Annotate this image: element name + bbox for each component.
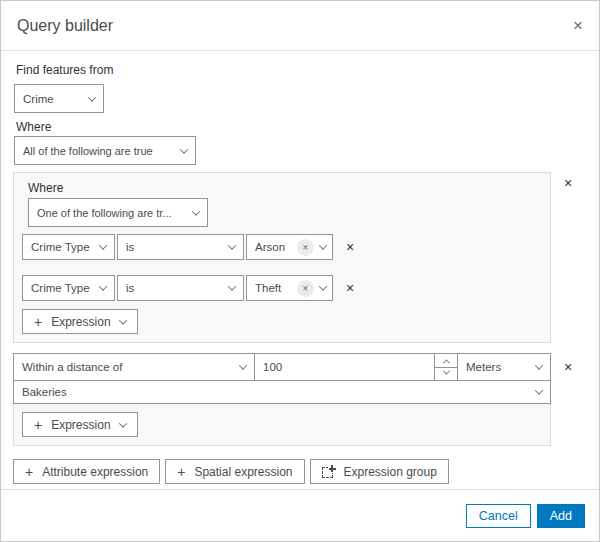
add-attribute-expression-button[interactable]: + Attribute expression xyxy=(13,459,160,484)
field-select[interactable]: Crime Type xyxy=(22,275,115,301)
chevron-down-icon xyxy=(228,241,236,249)
value-text: Theft xyxy=(255,282,297,294)
add-expression-label: Expression xyxy=(51,418,110,432)
spatial-layer-select[interactable]: Bakeries xyxy=(13,380,551,404)
expression-group-1-row: Where One of the following are tr... Cri… xyxy=(13,172,585,343)
decrement-icon[interactable] xyxy=(435,367,457,381)
expression-group-1: Where One of the following are tr... Cri… xyxy=(13,172,551,343)
add-button[interactable]: Add xyxy=(537,504,585,528)
chevron-down-icon xyxy=(319,241,327,249)
value-text: Arson xyxy=(255,241,297,253)
chevron-down-icon xyxy=(118,316,126,324)
operator-value: is xyxy=(126,241,221,253)
field-select[interactable]: Crime Type xyxy=(22,234,115,260)
match-mode-select[interactable]: All of the following are true xyxy=(14,136,196,165)
group2-footer: + Expression xyxy=(14,404,550,445)
close-icon[interactable]: × xyxy=(573,17,583,34)
clear-value-icon[interactable]: × xyxy=(297,239,314,256)
chevron-down-icon xyxy=(535,386,543,394)
chevron-down-icon xyxy=(535,361,543,369)
layer-select-value: Crime xyxy=(23,93,81,105)
expression-row: Crime Type is Theft × × xyxy=(22,275,542,301)
operator-value: is xyxy=(126,282,221,294)
expression-group-label: Expression group xyxy=(344,465,437,479)
group1-match-mode-value: One of the following are tr... xyxy=(37,207,185,219)
chevron-down-icon xyxy=(99,282,107,290)
delete-group-button[interactable]: × xyxy=(564,360,572,374)
add-spatial-expression-button[interactable]: + Spatial expression xyxy=(165,459,304,484)
dialog-body: Find features from Crime Where All of th… xyxy=(1,51,599,489)
spatial-operator-value: Within a distance of xyxy=(22,361,232,373)
operator-select[interactable]: is xyxy=(117,275,244,301)
field-value: Crime Type xyxy=(31,282,92,294)
plus-icon: + xyxy=(25,465,33,479)
value-select[interactable]: Theft × xyxy=(246,275,333,301)
chevron-down-icon xyxy=(88,93,96,101)
distance-stepper xyxy=(434,354,457,380)
attribute-expression-label: Attribute expression xyxy=(42,465,148,479)
chevron-down-icon xyxy=(99,241,107,249)
plus-icon: + xyxy=(177,465,185,479)
distance-input-group xyxy=(254,353,458,381)
clear-value-icon[interactable]: × xyxy=(297,280,314,297)
delete-expression-button[interactable]: × xyxy=(346,240,354,254)
distance-input[interactable] xyxy=(255,354,434,380)
group1-where-label: Where xyxy=(28,181,542,195)
spatial-expression-row: Within a distance of Meters xyxy=(13,353,551,381)
chevron-down-icon xyxy=(118,419,126,427)
chevron-down-icon xyxy=(180,145,188,153)
plus-icon: + xyxy=(34,418,42,432)
units-select[interactable]: Meters xyxy=(457,353,551,381)
add-expression-button[interactable]: + Expression xyxy=(22,412,138,437)
dialog-header: Query builder × xyxy=(1,1,599,51)
expression-group-2: Within a distance of Meters xyxy=(13,353,551,446)
group-delete-area: × xyxy=(551,172,585,190)
add-expression-button[interactable]: + Expression xyxy=(22,309,138,334)
query-builder-dialog: Query builder × Find features from Crime… xyxy=(0,0,600,542)
increment-icon[interactable] xyxy=(435,354,457,367)
spatial-operator-select[interactable]: Within a distance of xyxy=(13,353,255,381)
add-expression-group-button[interactable]: Expression group xyxy=(310,459,449,484)
group-delete-area: × xyxy=(551,353,585,374)
value-select[interactable]: Arson × xyxy=(246,234,333,260)
add-expression-label: Expression xyxy=(51,315,110,329)
group1-match-mode-select[interactable]: One of the following are tr... xyxy=(28,198,208,227)
chevron-down-icon xyxy=(319,282,327,290)
plus-icon: + xyxy=(34,315,42,329)
match-mode-value: All of the following are true xyxy=(23,145,173,157)
delete-expression-button[interactable]: × xyxy=(346,281,354,295)
operator-select[interactable]: is xyxy=(117,234,244,260)
layer-select[interactable]: Crime xyxy=(14,84,104,113)
expression-row: Crime Type is Arson × × xyxy=(22,234,542,260)
add-clause-actions: + Attribute expression + Spatial express… xyxy=(13,459,585,484)
expression-group-icon xyxy=(322,465,336,478)
delete-group-button[interactable]: × xyxy=(564,176,572,190)
spatial-expression-label: Spatial expression xyxy=(194,465,292,479)
where-label: Where xyxy=(16,120,585,134)
chevron-down-icon xyxy=(192,207,200,215)
spatial-layer-value: Bakeries xyxy=(22,386,528,398)
units-value: Meters xyxy=(466,361,528,373)
find-features-label: Find features from xyxy=(16,63,585,77)
dialog-title: Query builder xyxy=(17,17,113,35)
cancel-button[interactable]: Cancel xyxy=(466,504,531,528)
field-value: Crime Type xyxy=(31,241,92,253)
dialog-footer: Cancel Add xyxy=(1,489,599,541)
expression-group-2-row: Within a distance of Meters xyxy=(13,353,585,446)
chevron-down-icon xyxy=(239,361,247,369)
chevron-down-icon xyxy=(228,282,236,290)
